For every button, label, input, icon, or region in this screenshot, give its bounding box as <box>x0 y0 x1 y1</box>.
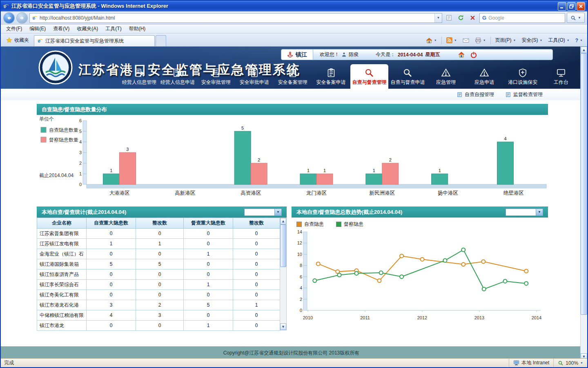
new-tab-button[interactable] <box>156 35 166 46</box>
table-row[interactable]: 江苏镇江发电有限1100 <box>37 239 280 249</box>
table-scrollbar[interactable]: ▲ ▼ <box>280 218 287 330</box>
restore-button[interactable] <box>567 2 576 11</box>
data-point <box>524 269 528 273</box>
minimize-button[interactable] <box>558 2 566 11</box>
search-input[interactable]: G Google <box>479 13 565 23</box>
doc-icon <box>211 67 221 78</box>
table-row[interactable]: 中储粮镇江粮油有限4300 <box>37 310 280 321</box>
warning-icon <box>479 67 489 78</box>
bar <box>432 174 448 184</box>
value-cell: 0 <box>184 239 233 249</box>
table-filter-dropdown[interactable]: ▼ <box>244 209 282 216</box>
nav-item-label: 应急申请 <box>474 79 494 86</box>
user-icon <box>341 52 347 57</box>
print-button[interactable]: ▼ <box>472 36 488 45</box>
svg-text:大港港区: 大港港区 <box>109 190 130 196</box>
subnav-item-监督检查管理[interactable]: 监督检查管理 <box>506 91 543 98</box>
scroll-down-button[interactable]: ▼ <box>280 323 286 330</box>
table-row[interactable]: 江苏索普集团有限0000 <box>37 229 280 239</box>
value-cell: 0 <box>87 269 136 280</box>
scrollbar-thumb[interactable] <box>581 53 587 315</box>
feeds-button[interactable]: ▼ <box>444 36 459 45</box>
value-cell: 1 <box>184 249 233 259</box>
menu-item[interactable]: 收藏夹(A) <box>73 24 102 34</box>
star-icon <box>6 37 12 43</box>
home-shortcut-icon[interactable] <box>458 51 465 58</box>
dropdown-arrow-icon[interactable]: ▼ <box>274 209 281 215</box>
logout-icon[interactable] <box>470 51 477 58</box>
value-cell: 1 <box>233 300 280 310</box>
menu-item[interactable]: 编辑(E) <box>26 24 49 34</box>
city-selector[interactable]: 镇江 <box>281 49 313 60</box>
tab-title: 江苏省港口安全监管与应急管理系统 <box>45 38 124 45</box>
table-row[interactable]: 镇江市港龙石化港3251 <box>37 300 280 310</box>
table-header-cell: 自查重大隐患数 <box>87 218 136 229</box>
zoom-control[interactable]: 100% ▼ <box>553 359 587 367</box>
data-point <box>461 248 465 251</box>
shield-icon <box>518 67 528 78</box>
nav-item-经营人信息申请[interactable]: 经营人信息申请 <box>158 64 197 89</box>
svg-text:2013: 2013 <box>474 315 484 320</box>
scrollbar-thumb[interactable] <box>280 224 286 267</box>
value-cell: 0 <box>184 269 233 280</box>
table-row[interactable]: 镇江市港龙0010 <box>37 321 280 331</box>
tools-menu-button[interactable]: 工具(O)▼ <box>546 36 572 45</box>
svg-text:14: 14 <box>297 229 302 234</box>
forward-button[interactable] <box>16 12 28 24</box>
table-row[interactable]: 镇江李长荣综合石0010 <box>37 280 280 290</box>
menu-item[interactable]: 文件(F) <box>2 24 26 34</box>
refresh-button[interactable] <box>456 13 466 23</box>
stop-button[interactable] <box>468 13 478 23</box>
close-button[interactable] <box>577 2 585 11</box>
bar <box>382 163 399 184</box>
compatibility-view-button[interactable] <box>444 13 454 23</box>
trend-filter-dropdown[interactable]: ▼ <box>506 209 543 216</box>
table-row[interactable]: 金海宏业（镇江）石0010 <box>37 249 280 259</box>
nav-item-label: 港口设施保安 <box>508 79 537 86</box>
scroll-up-button[interactable]: ▲ <box>581 47 587 53</box>
address-bar[interactable]: e http://localhost:8080/yjpt/Main.html ▼ <box>29 13 442 23</box>
back-button[interactable] <box>3 12 15 24</box>
help-button[interactable]: ?▼ <box>573 36 585 45</box>
ie-window: e 江苏省港口安全监管与应急管理系统 - Windows Internet Ex… <box>0 0 588 368</box>
menu-item[interactable]: 帮助(H) <box>125 24 149 34</box>
browser-tab[interactable]: e 江苏省港口安全监管与应急管理系统 <box>34 35 155 46</box>
search-button[interactable]: ▼ <box>567 13 585 23</box>
nav-item-安全备案管理[interactable]: 安全备案管理 <box>274 64 312 89</box>
menu-item[interactable]: 查看(V) <box>49 24 73 34</box>
safety-menu-button[interactable]: 安全(S)▼ <box>519 36 545 45</box>
nav-item-应急申请[interactable]: 应急申请 <box>465 64 503 89</box>
nav-item-安全审批申请[interactable]: 安全审批申请 <box>235 64 274 89</box>
nav-item-工作台[interactable]: 工作台 <box>542 64 580 89</box>
table-row[interactable]: 镇江奇美化工有限0000 <box>37 290 280 300</box>
nav-item-经营人信息管理[interactable]: 经营人信息管理 <box>120 64 158 89</box>
subnav-item-自查自报管理[interactable]: 自查自报管理 <box>457 91 494 98</box>
nav-item-安全审批管理[interactable]: 安全审批管理 <box>197 64 235 89</box>
page-scrollbar[interactable]: ▲ ▼ <box>580 47 587 360</box>
data-point <box>378 279 381 283</box>
table-row[interactable]: 镇江港国际集装箱5500 <box>37 259 280 269</box>
nav-item-应急管理[interactable]: 应急管理 <box>427 64 465 89</box>
dropdown-arrow-icon[interactable]: ▼ <box>536 209 543 215</box>
menu-item[interactable]: 工具(T) <box>102 24 125 34</box>
favorites-button[interactable]: 收藏夹 <box>3 35 32 45</box>
scroll-up-button[interactable]: ▲ <box>280 218 286 224</box>
svg-text:扬中港区: 扬中港区 <box>438 190 459 196</box>
page-menu-button[interactable]: 页面(P)▼ <box>493 36 519 45</box>
home-button[interactable]: ▼ <box>423 36 439 45</box>
table-row[interactable]: 镇江恒泰沥青产品0000 <box>37 269 280 280</box>
data-point <box>355 272 359 275</box>
copyright-text: Copyright@江苏省交通规划设计院股份有限公司 2013版权所有 <box>223 350 360 357</box>
window-titlebar: e 江苏省港口安全监管与应急管理系统 - Windows Internet Ex… <box>1 1 587 11</box>
status-text: 完成 <box>4 359 14 366</box>
nav-item-港口设施保安[interactable]: 港口设施保安 <box>503 64 542 89</box>
read-mail-button[interactable] <box>460 36 472 45</box>
svg-text:5: 5 <box>241 126 244 130</box>
address-dropdown-button[interactable]: ▼ <box>434 13 442 22</box>
nav-item-安全备案申请[interactable]: 安全备案申请 <box>312 64 350 89</box>
doc-icon <box>506 92 511 97</box>
nav-item-自查与督查管理[interactable]: 自查与督查管理 <box>350 64 389 89</box>
nav-item-自查与督查申请[interactable]: 自查与督查申请 <box>388 64 427 89</box>
value-cell: 0 <box>184 229 233 239</box>
value-cell: 0 <box>136 321 184 331</box>
